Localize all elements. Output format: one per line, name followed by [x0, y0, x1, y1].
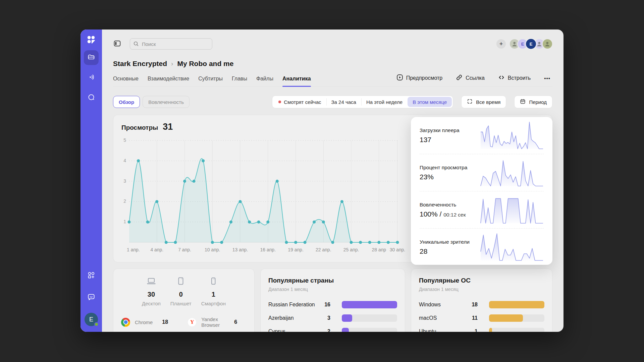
bar-fill: [489, 301, 544, 308]
device-label: Десктоп: [142, 301, 161, 306]
add-member-button[interactable]: +: [496, 39, 506, 49]
card-subtitle: Диапазон 1 месяц: [268, 287, 397, 292]
card-title: Популярные ОС: [419, 277, 544, 284]
user-avatar[interactable]: E: [85, 313, 98, 326]
metrics-popover-panel: Загрузки плеера 137 Процент просмотра 23…: [411, 117, 552, 265]
device-count: 30: [148, 291, 155, 298]
x-axis-tick-label: 7 апр.: [178, 247, 191, 252]
device-label: Планшет: [170, 301, 192, 306]
device-desktop: 30 Десктоп: [142, 276, 161, 306]
chat-icon: [87, 293, 96, 303]
metric-value: 23%: [420, 173, 467, 181]
metric-info: Вовлеченность 100% / 00:12 сек: [420, 202, 466, 218]
preview-button[interactable]: Предпросмотр: [394, 74, 445, 82]
breadcrumb-project[interactable]: Stark Encrypted: [113, 60, 167, 68]
tab-interaction[interactable]: Взаимодействие: [148, 74, 189, 86]
chip-overview[interactable]: Обзор: [113, 96, 140, 108]
segment-label: За 24 часа: [331, 99, 356, 105]
browser-count: 6: [234, 319, 237, 325]
sidebar-item-apps[interactable]: [84, 268, 99, 283]
link-label: Ссылка: [466, 75, 485, 81]
device-smartphone: 1 Смартфон: [201, 276, 226, 306]
bar-value: 1: [464, 328, 478, 332]
search-input[interactable]: [130, 38, 212, 50]
ellipsis-icon: •••: [544, 75, 550, 81]
x-axis-tick-label: 16 апр.: [260, 247, 276, 252]
bar-value: 11: [464, 315, 478, 321]
segment-this-month[interactable]: В этом месяце: [408, 97, 452, 107]
sidebar-item-live[interactable]: [84, 70, 99, 85]
bar-value: 2: [317, 328, 330, 332]
topbar-right: + EE: [496, 38, 553, 50]
more-menu-button[interactable]: •••: [542, 75, 552, 81]
device-label: Смартфон: [201, 301, 226, 306]
unique-viewers-sparkline: [480, 232, 544, 262]
period-label: Период: [529, 99, 547, 105]
sidebar: E: [80, 29, 102, 332]
y-axis-tick-label: 1: [115, 219, 126, 224]
time-filters: Смотрят сейчасЗа 24 часаНа этой неделеВ …: [272, 96, 552, 108]
metric-info: Процент просмотра 23%: [420, 165, 467, 181]
play-square-icon: [396, 74, 403, 82]
metric-value: 28: [420, 247, 470, 255]
table-row: Russian Federation16: [268, 301, 397, 309]
member-avatar-2[interactable]: E: [525, 38, 537, 50]
table-row: Ubuntu1: [419, 327, 544, 332]
preview-label: Предпросмотр: [406, 75, 443, 81]
bar-label: Ubuntu: [419, 328, 464, 332]
view-chips: ОбзорВовлеченность: [113, 96, 190, 108]
collapse-sidebar-button[interactable]: [113, 40, 121, 48]
video-actions: Предпросмотр Ссылка Встроить •••: [394, 74, 552, 86]
y-axis-tick-label: 4: [115, 158, 126, 163]
segment-label: Смотрят сейчас: [284, 99, 321, 105]
filter-row: ОбзорВовлеченность Смотрят сейчасЗа 24 ч…: [113, 96, 552, 108]
tab-analytics[interactable]: Аналитика: [282, 74, 311, 86]
period-button[interactable]: Период: [514, 96, 552, 108]
copy-link-button[interactable]: Ссылка: [454, 74, 487, 82]
all-time-label: Все время: [476, 99, 500, 105]
disc-icon: [87, 93, 95, 103]
popular-countries-card: Популярные страны Диапазон 1 месяц Russi…: [260, 268, 405, 332]
browser-chrome: Chrome 18: [121, 318, 168, 327]
metric-value: 100% / 00:12 сек: [420, 210, 466, 218]
breadcrumb-video-title: My Robo and me: [177, 60, 233, 68]
x-axis-tick-label: 4 апр.: [150, 247, 163, 252]
segment-watching-now[interactable]: Смотрят сейчас: [273, 97, 326, 107]
table-row: Windows18: [419, 301, 544, 309]
time-range-segmented-control: Смотрят сейчасЗа 24 часаНа этой неделеВ …: [272, 96, 453, 108]
tab-files[interactable]: Файлы: [256, 74, 273, 86]
tab-chapters[interactable]: Главы: [232, 74, 247, 86]
segment-last-24h[interactable]: За 24 часа: [326, 97, 361, 107]
bar-fill: [489, 328, 492, 332]
bar-fill: [489, 314, 523, 322]
chip-engagement[interactable]: Вовлеченность: [143, 96, 190, 108]
tab-main[interactable]: Основные: [113, 74, 139, 86]
bar-label: Cyprus: [268, 328, 317, 332]
metric-label: Процент просмотра: [420, 165, 467, 171]
topbar: + EE: [113, 38, 553, 50]
sidebar-item-catalog[interactable]: [84, 90, 99, 105]
y-axis-tick-label: 5: [115, 137, 126, 143]
app-window: E + EE Stark Encryp: [80, 29, 564, 332]
browser-count: 18: [162, 319, 168, 325]
code-brackets-icon: [498, 74, 505, 82]
sidebar-item-projects[interactable]: [84, 50, 99, 65]
browser-yandex: Y Yandex Browser 6: [187, 316, 237, 328]
segment-this-week[interactable]: На этой неделе: [361, 97, 408, 107]
apps-grid-plus-icon: [87, 271, 95, 281]
countries-bar-list: Russian Federation16Azerbaijan3Cyprus2: [268, 301, 397, 332]
kinescope-logo-icon[interactable]: [86, 35, 96, 45]
bar-value: 16: [317, 302, 330, 308]
bar-label: macOS: [419, 315, 464, 321]
sidebar-item-support-chat[interactable]: [84, 291, 99, 305]
embed-button[interactable]: Встроить: [496, 74, 533, 82]
tab-subtitles[interactable]: Субтитры: [198, 74, 223, 86]
x-axis-tick-label: 1 апр.: [127, 247, 140, 252]
bar-track: [489, 328, 544, 332]
expand-icon: [467, 99, 473, 105]
bar-label: Azerbaijan: [268, 315, 317, 321]
desktop-background: E + EE Stark Encryp: [0, 0, 644, 362]
all-time-button[interactable]: Все время: [461, 96, 506, 108]
card-title: Популярные страны: [268, 277, 397, 284]
member-avatar-4[interactable]: [542, 39, 553, 49]
